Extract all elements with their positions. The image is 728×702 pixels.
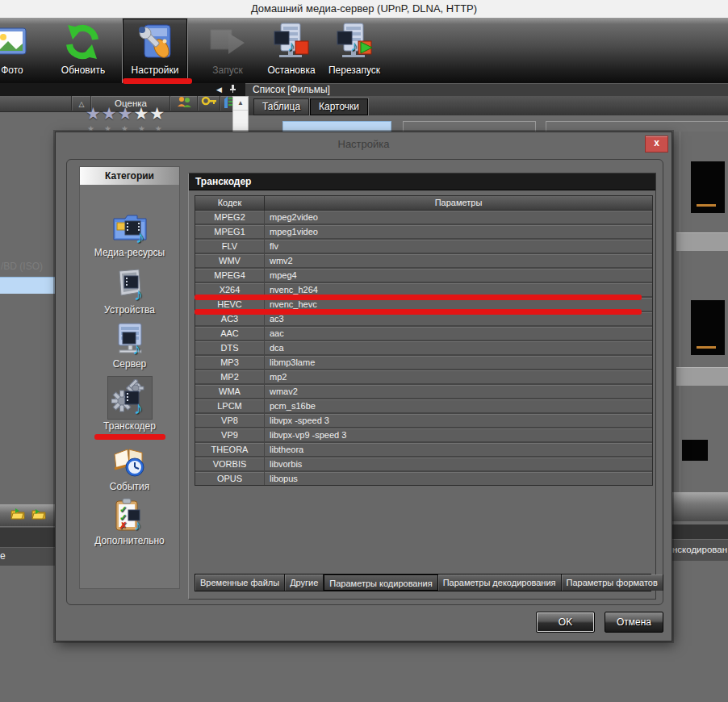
events-icon [111,443,149,480]
params-column-header[interactable]: Параметры [265,196,652,210]
tab-encoding-params[interactable]: Параметры кодирования [324,575,437,591]
tab-temp-files[interactable]: Временные файлы [195,575,285,591]
table-row[interactable]: VP8libvpx -speed 3 [195,414,652,428]
toolbar-button-photo[interactable]: Фото [0,19,44,81]
card-caption-bar [676,232,728,251]
key-column-header[interactable] [197,96,220,111]
svg-text:♪: ♪ [134,398,143,416]
sidebar-item-events[interactable]: События [80,443,179,492]
app-screen: Домашний медиа-сервер (UPnP, DLNA, HTTP)… [0,0,728,702]
selected-row-highlight[interactable] [0,277,55,294]
open-folder-icon[interactable] [31,508,46,523]
svg-text:♪: ♪ [134,517,141,533]
movie-poster[interactable] [691,300,725,355]
settings-dialog: Настройка x Категории ♪ Медиа-ресурсы ♪ … [55,132,672,641]
tab-table[interactable]: Таблица [253,98,309,115]
pin-icon[interactable] [229,84,236,96]
scroll-up-icon[interactable]: ▲ [233,97,248,111]
poster-art [697,204,716,207]
cancel-button[interactable]: Отмена [605,612,663,633]
background-folder-column: /BD (ISO) е [0,132,55,641]
star-icon: ★ [86,104,102,123]
table-row[interactable]: FLVflv [195,240,652,254]
table-row[interactable]: MPEG4mpeg4 [195,269,652,283]
poster-art [697,346,716,349]
star-icon: ★ [118,104,134,123]
card-border [680,132,680,519]
toolbar-strip [0,504,55,526]
toolbar-button-label: Перезапуск [328,65,380,76]
table-row[interactable]: MP3libmp3lame [195,356,652,370]
sidebar-item-server[interactable]: ♪ Сервер [80,320,179,370]
star-icon: ★ [133,104,149,123]
ok-button[interactable]: OK [536,612,595,633]
toolbar-button-stop[interactable]: ♪ Остановка [260,19,323,81]
card-header[interactable] [403,121,536,132]
divider-strip [672,524,728,539]
background-cards-column: нскодирован [672,132,728,641]
table-row[interactable]: VORBISlibvorbis [195,458,652,472]
table-row[interactable]: MPEG1mpeg1video [195,225,652,240]
key-icon [201,98,217,108]
server-icon: ♪ [111,320,149,357]
star-icon: ★ [102,104,118,123]
tab-other[interactable]: Другие [285,575,324,591]
table-row[interactable]: MPEG2mpeg2video [195,211,652,225]
window-title: Домашний медиа-сервер (UPnP, DLNA, HTTP) [251,2,477,15]
toolbar-button-restart[interactable]: ♪ Перезапуск [323,19,386,81]
svg-text:♪: ♪ [287,38,295,54]
sidebar-header: Категории [80,167,179,185]
annotation-underline-transcoder [94,434,165,440]
table-row[interactable]: MP2mp2 [195,370,652,385]
card-caption-bar [676,367,728,386]
tab-cards[interactable]: Карточки [310,98,368,115]
open-folder-icon[interactable] [10,508,25,523]
toolbar-button-label: Остановка [267,65,315,76]
table-row[interactable]: WMVwmv2 [195,254,652,269]
movie-poster[interactable] [682,440,708,461]
table-row[interactable]: AACaac [195,327,652,341]
sidebar-item-devices[interactable]: ♪ Устройства [80,266,179,315]
sort-tree-icon [221,100,232,110]
toolbar-button-label: Фото [1,65,23,76]
table-row[interactable]: OPUSlibopus [195,472,652,485]
sidebar-item-media-resources[interactable]: ♪ Медиа-ресурсы [80,209,179,258]
svg-text:♪: ♪ [134,284,143,303]
toolbar-button-refresh[interactable]: Обновить [52,19,115,81]
toolbar-button-label: Настройки [132,65,179,76]
nav-strip-list: Список [Фильмы] [245,83,728,97]
sidebar-item-transcoder[interactable]: ♪ Транскодер [80,376,179,440]
section-title: Транскодер [189,173,655,190]
movie-poster[interactable] [691,161,725,213]
table-row[interactable]: THEORAlibtheora [195,443,652,458]
rating-stars[interactable]: ★★★★★ [86,104,182,123]
sort-triangle-icon: △ [79,100,85,108]
codec-table: Кодек Параметры MPEG2mpeg2video MPEG1mpe… [195,195,653,486]
table-row[interactable]: LPCMpcm_s16be [195,399,652,414]
svg-text:♪: ♪ [136,227,144,246]
list-label: Список [Фильмы] [253,84,330,95]
tab-format-params[interactable]: Параметры форматов [562,575,663,591]
card-header[interactable] [546,121,728,132]
row-label-partial: е [0,547,55,566]
window-titlebar: Домашний медиа-сервер (UPnP, DLNA, HTTP) [0,0,728,19]
column-header-partial: нскодирован [672,539,728,561]
tab-decoding-params[interactable]: Параметры декодирования [438,575,562,591]
table-row[interactable]: WMAwmav2 [195,385,652,399]
svg-text:♪: ♪ [350,38,358,54]
settings-icon [135,22,175,62]
table-row[interactable]: VP9libvpx-vp9 -speed 3 [195,428,652,443]
svg-text:♪: ♪ [132,340,140,357]
refresh-icon [63,22,103,62]
restart-icon: ♪ [334,22,374,62]
table-row[interactable]: DTSdca [195,341,652,356]
nav-strip-left [0,83,245,96]
sort-order-column-header[interactable] [220,96,233,111]
annotation-line-x264 [195,295,642,300]
close-button[interactable]: x [645,136,668,153]
categories-sidebar: Категории ♪ Медиа-ресурсы ♪ Устройства ♪… [79,166,180,589]
sidebar-item-additional[interactable]: ✓✓✗♪ Дополнительно [80,497,179,546]
codec-column-header[interactable]: Кодек [195,196,265,210]
collapse-left-icon[interactable]: ◀ [216,84,222,95]
vertical-scrollbar[interactable]: ▲ [232,96,249,133]
